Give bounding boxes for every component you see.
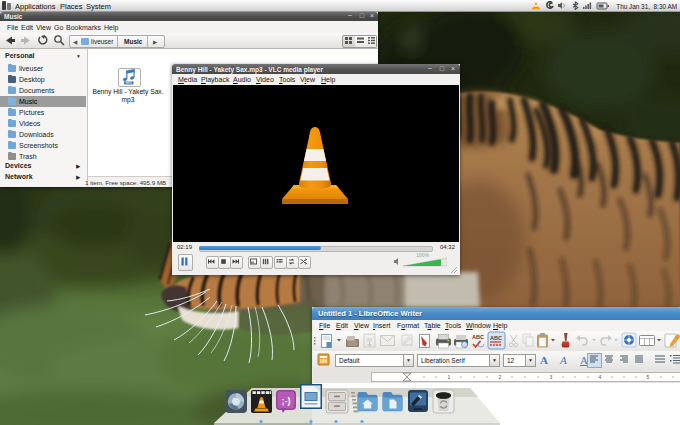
- svg-text:A: A: [540, 354, 548, 366]
- svg-text:4: 4: [599, 374, 602, 380]
- svg-text:2: 2: [499, 374, 502, 380]
- svg-text:ABC: ABC: [472, 334, 484, 340]
- svg-text:5: 5: [647, 374, 650, 380]
- svg-text:MP3: MP3: [126, 81, 132, 85]
- svg-text:3: 3: [550, 374, 553, 380]
- svg-text:A: A: [559, 354, 567, 366]
- svg-text:1: 1: [448, 374, 451, 380]
- svg-text:ABC: ABC: [490, 335, 502, 341]
